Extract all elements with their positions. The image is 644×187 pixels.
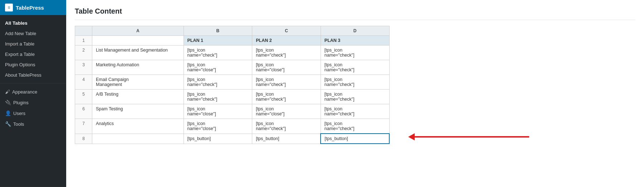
cell-3-b[interactable]: [tps_iconname="close"]: [184, 60, 252, 75]
plugins-label: Plugins: [13, 100, 29, 105]
col-header-a: A: [92, 26, 184, 36]
appearance-label: Appearance: [12, 89, 37, 95]
page-title: Table Content: [75, 7, 635, 20]
column-header-row: A B C D: [75, 26, 390, 36]
sidebar-item-import-table[interactable]: Import a Table: [0, 39, 66, 49]
row-num-1: 1: [75, 36, 92, 45]
cell-8-b[interactable]: [tps_button]: [184, 134, 252, 144]
cell-7-c[interactable]: [tps_iconname="check"]: [252, 119, 321, 134]
col-header-b: B: [184, 26, 252, 36]
row-num-7: 7: [75, 119, 92, 134]
arrow-line: [415, 136, 529, 138]
cell-7-a[interactable]: Analytics: [92, 119, 184, 134]
sidebar-item-all-tables[interactable]: All Tables: [0, 18, 66, 28]
cell-4-d[interactable]: [tps_iconname="check"]: [321, 75, 389, 90]
users-icon: 👤: [5, 110, 11, 116]
table-row: 6 Spam Testing [tps_iconname="close"] [t…: [75, 104, 390, 119]
table-row: 3 Marketing Automation [tps_iconname="cl…: [75, 60, 390, 75]
cell-5-d[interactable]: [tps_iconname="check"]: [321, 90, 389, 104]
table-row: 4 Email CampaignManagement [tps_iconname…: [75, 75, 390, 90]
row-num-4: 4: [75, 75, 92, 90]
plugins-icon: 🔌: [5, 100, 11, 105]
cell-7-b[interactable]: [tps_iconname="close"]: [184, 119, 252, 134]
cell-5-b[interactable]: [tps_iconname="check"]: [184, 90, 252, 104]
red-arrow-annotation: [408, 133, 529, 140]
row-num-6: 6: [75, 104, 92, 119]
cell-1-c[interactable]: PLAN 2: [252, 36, 321, 45]
cell-4-b[interactable]: [tps_iconname="check"]: [184, 75, 252, 90]
sidebar-item-export-table[interactable]: Export a Table: [0, 49, 66, 59]
sidebar-item-plugin-options[interactable]: Plugin Options: [0, 59, 66, 70]
row-num-2: 2: [75, 45, 92, 60]
sidebar-item-tools[interactable]: 🔧 Tools: [0, 119, 66, 129]
table-row: 5 A/B Testing [tps_iconname="check"] [tp…: [75, 90, 390, 104]
about-tablepress-label: About TablePress: [5, 72, 42, 78]
cell-3-c[interactable]: [tps_iconname="close"]: [252, 60, 321, 75]
sidebar-item-add-new-table[interactable]: Add New Table: [0, 28, 66, 39]
row-num-5: 5: [75, 90, 92, 104]
sidebar-item-about-tablepress[interactable]: About TablePress: [0, 70, 66, 80]
cell-3-d[interactable]: [tps_iconname="check"]: [321, 60, 389, 75]
cell-6-a[interactable]: Spam Testing: [92, 104, 184, 119]
tablepress-logo-icon: ≡: [5, 4, 13, 11]
cell-2-a[interactable]: List Management and Segmentation: [92, 45, 184, 60]
row-num-8: 8: [75, 134, 92, 144]
table-content: A B C D 1 PLAN 1 PLAN 2 PLAN 3 2: [75, 26, 390, 144]
sidebar-wp-section: 🖌 Appearance 🔌 Plugins 👤 Users 🔧 Tools: [0, 83, 66, 187]
col-header-c: C: [252, 26, 321, 36]
table-row: 7 Analytics [tps_iconname="close"] [tps_…: [75, 119, 390, 134]
cell-1-a[interactable]: [92, 36, 184, 45]
table-row: 8 [tps_button] [tps_button] [tps_button]: [75, 134, 390, 144]
export-table-label: Export a Table: [5, 52, 35, 57]
cell-8-a[interactable]: [92, 134, 184, 144]
row-num-3: 3: [75, 60, 92, 75]
main-content: Table Content A B C D 1 PLAN 1 PLAN 2: [66, 0, 644, 187]
sidebar: ≡ TablePress All Tables Add New Table Im…: [0, 0, 66, 187]
import-table-label: Import a Table: [5, 41, 34, 47]
cell-7-d[interactable]: [tps_iconname="check"]: [321, 119, 389, 134]
plugin-options-label: Plugin Options: [5, 62, 35, 67]
cell-4-c[interactable]: [tps_iconname="check"]: [252, 75, 321, 90]
cell-2-d[interactable]: [tps_iconname="check"]: [321, 45, 389, 60]
users-label: Users: [13, 111, 25, 116]
sidebar-item-plugins[interactable]: 🔌 Plugins: [0, 97, 66, 108]
col-header-rownum: [75, 26, 92, 36]
table-row: 1 PLAN 1 PLAN 2 PLAN 3: [75, 36, 390, 45]
cell-8-c[interactable]: [tps_button]: [252, 134, 321, 144]
cell-2-c[interactable]: [tps_iconname="check"]: [252, 45, 321, 60]
cell-6-d[interactable]: [tps_iconname="check"]: [321, 104, 389, 119]
cell-2-b[interactable]: [tps_iconname="check"]: [184, 45, 252, 60]
cell-6-c[interactable]: [tps_iconname="close"]: [252, 104, 321, 119]
col-header-d: D: [321, 26, 389, 36]
tools-label: Tools: [13, 121, 24, 127]
sidebar-tablepress-section: All Tables Add New Table Import a Table …: [0, 15, 66, 83]
sidebar-logo-text: TablePress: [16, 5, 44, 11]
cell-5-a[interactable]: A/B Testing: [92, 90, 184, 104]
cell-6-b[interactable]: [tps_iconname="close"]: [184, 104, 252, 119]
arrow-head-icon: [408, 133, 415, 140]
cell-5-c[interactable]: [tps_iconname="check"]: [252, 90, 321, 104]
sidebar-item-users[interactable]: 👤 Users: [0, 108, 66, 119]
all-tables-label: All Tables: [5, 20, 28, 26]
table-row: 2 List Management and Segmentation [tps_…: [75, 45, 390, 60]
sidebar-item-appearance[interactable]: 🖌 Appearance: [0, 86, 66, 97]
add-new-table-label: Add New Table: [5, 31, 36, 36]
cell-1-b[interactable]: PLAN 1: [184, 36, 252, 45]
tools-icon: 🔧: [5, 121, 11, 127]
sidebar-logo[interactable]: ≡ TablePress: [0, 0, 66, 15]
appearance-icon: 🖌: [5, 89, 10, 95]
cell-4-a[interactable]: Email CampaignManagement: [92, 75, 184, 90]
cell-1-d[interactable]: PLAN 3: [321, 36, 389, 45]
cell-3-a[interactable]: Marketing Automation: [92, 60, 184, 75]
cell-8-d[interactable]: [tps_button]: [321, 134, 389, 144]
